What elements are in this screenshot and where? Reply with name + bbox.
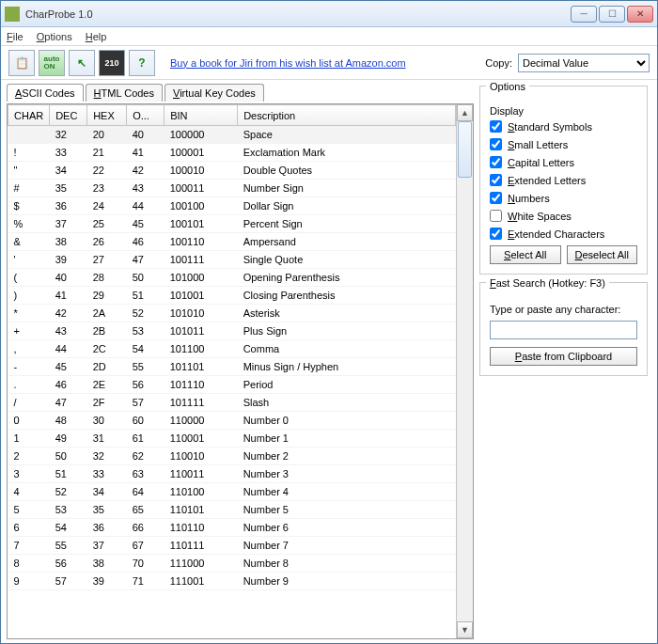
- table-row[interactable]: $362444100100Dollar Sign: [8, 197, 456, 215]
- menu-file[interactable]: File: [7, 31, 24, 42]
- checkbox[interactable]: [490, 228, 502, 240]
- table-row[interactable]: %372545100101Percent Sign: [8, 215, 456, 233]
- table-row[interactable]: -452D55101101Minus Sign / Hyphen: [8, 358, 456, 376]
- display-option[interactable]: Capital Letters: [490, 156, 637, 168]
- char-table: CHAR DEC HEX O... BIN Description 322040…: [8, 104, 456, 590]
- cell-hex: 2A: [87, 305, 127, 322]
- menu-help[interactable]: Help: [86, 31, 107, 42]
- checkbox[interactable]: [490, 192, 502, 204]
- cell-bin: 100000: [164, 126, 238, 144]
- cell-bin: 100010: [164, 162, 238, 180]
- table-row[interactable]: ,442C54101100Comma: [8, 340, 456, 358]
- col-char[interactable]: CHAR: [8, 105, 50, 126]
- scroll-thumb[interactable]: [458, 121, 472, 178]
- col-desc[interactable]: Description: [238, 105, 456, 126]
- menu-options[interactable]: Options: [37, 31, 72, 42]
- display-option[interactable]: Standard Symbols: [490, 120, 637, 133]
- close-button[interactable]: ✕: [627, 6, 653, 23]
- clipboard-button[interactable]: 📋: [8, 50, 35, 76]
- checkbox[interactable]: [490, 138, 502, 150]
- cell-ch: 8: [8, 555, 50, 573]
- table-row[interactable]: /472F57101111Slash: [8, 394, 456, 412]
- cell-ch: ': [8, 251, 50, 269]
- display-option[interactable]: White Spaces: [490, 210, 637, 222]
- cell-oct: 71: [127, 573, 164, 590]
- cell-desc: Minus Sign / Hyphen: [238, 358, 456, 376]
- paste-clipboard-button[interactable]: Paste from Clipboard: [490, 347, 637, 366]
- table-row[interactable]: 7553767110111Number 7: [8, 537, 456, 555]
- checkbox[interactable]: [490, 156, 502, 168]
- window-title: CharProbe 1.0: [25, 8, 571, 20]
- table-row[interactable]: *422A52101010Asterisk: [8, 305, 456, 322]
- digits-button[interactable]: 210: [99, 50, 125, 76]
- cell-desc: Space: [238, 126, 456, 144]
- table-row[interactable]: (402850101000Opening Parenthesis: [8, 269, 456, 287]
- cell-bin: 101100: [164, 340, 238, 358]
- table-row[interactable]: )412951101001Closing Parenthesis: [8, 287, 456, 305]
- cell-desc: Number Sign: [238, 180, 456, 197]
- table-row[interactable]: 9573971111001Number 9: [8, 573, 456, 590]
- cell-desc: Dollar Sign: [238, 197, 456, 215]
- cell-oct: 50: [127, 269, 164, 287]
- tab-html[interactable]: HTML Codes: [86, 84, 163, 102]
- table-row[interactable]: 5533565110101Number 5: [8, 501, 456, 519]
- cell-bin: 110001: [164, 430, 238, 448]
- table-row[interactable]: &382646100110Ampersand: [8, 233, 456, 251]
- table-row[interactable]: 1493161110001Number 1: [8, 430, 456, 448]
- cell-oct: 41: [127, 144, 164, 162]
- checkbox[interactable]: [490, 174, 502, 186]
- deselect-all-button[interactable]: Deselect All: [567, 245, 638, 264]
- cell-dec: 46: [50, 376, 87, 394]
- table-row[interactable]: "342242100010Double Quotes: [8, 162, 456, 180]
- display-option[interactable]: Extended Letters: [490, 174, 637, 186]
- display-option[interactable]: Extended Characters: [490, 228, 637, 240]
- table-row[interactable]: 2503262110010Number 2: [8, 448, 456, 465]
- select-all-button[interactable]: Select All: [490, 245, 561, 264]
- table-row[interactable]: 0483060110000Number 0: [8, 412, 456, 430]
- table-row[interactable]: !332141100001Exclamation Mark: [8, 144, 456, 162]
- cell-hex: 2C: [87, 340, 127, 358]
- wishlist-link[interactable]: Buy a book for Jiri from his wish list a…: [170, 57, 406, 69]
- tab-vkey[interactable]: Virtual Key Codes: [164, 84, 264, 102]
- table-row[interactable]: #352343100011Number Sign: [8, 180, 456, 197]
- col-oct[interactable]: O...: [127, 105, 164, 126]
- cell-dec: 50: [50, 448, 87, 465]
- col-hex[interactable]: HEX: [87, 105, 127, 126]
- tab-ascii[interactable]: ASCII Codes: [7, 84, 84, 102]
- cell-dec: 57: [50, 573, 87, 590]
- cell-bin: 100001: [164, 144, 238, 162]
- cell-hex: 29: [87, 287, 127, 305]
- table-row[interactable]: '392747100111Single Quote: [8, 251, 456, 269]
- vertical-scrollbar[interactable]: ▲ ▼: [456, 104, 473, 638]
- cell-desc: Exclamation Mark: [238, 144, 456, 162]
- scroll-up-icon[interactable]: ▲: [457, 104, 473, 121]
- cell-dec: 36: [50, 197, 87, 215]
- table-row[interactable]: .462E56101110Period: [8, 376, 456, 394]
- col-bin[interactable]: BIN: [164, 105, 238, 126]
- arrow-button[interactable]: ↖: [69, 50, 95, 76]
- main-area: ASCII Codes HTML Codes Virtual Key Codes…: [1, 80, 657, 643]
- table-row[interactable]: 3513363110011Number 3: [8, 465, 456, 483]
- cell-oct: 62: [127, 448, 164, 465]
- table-row[interactable]: 4523464110100Number 4: [8, 483, 456, 501]
- display-option[interactable]: Small Letters: [490, 138, 637, 150]
- cell-oct: 47: [127, 251, 164, 269]
- auto-on-button[interactable]: autoON: [39, 50, 65, 76]
- maximize-button[interactable]: ☐: [599, 6, 625, 23]
- minimize-button[interactable]: ─: [571, 6, 597, 23]
- scroll-down-icon[interactable]: ▼: [457, 621, 473, 638]
- table-row[interactable]: 8563870111000Number 8: [8, 555, 456, 573]
- table-row[interactable]: +432B53101011Plus Sign: [8, 322, 456, 340]
- cell-bin: 111001: [164, 573, 238, 590]
- display-option[interactable]: Numbers: [490, 192, 637, 204]
- table-row[interactable]: 6543666110110Number 6: [8, 519, 456, 537]
- col-dec[interactable]: DEC: [50, 105, 87, 126]
- tabs: ASCII Codes HTML Codes Virtual Key Codes: [7, 84, 474, 102]
- checkbox[interactable]: [490, 120, 502, 133]
- help-button[interactable]: ?: [129, 50, 155, 76]
- cell-bin: 101001: [164, 287, 238, 305]
- checkbox[interactable]: [490, 210, 502, 222]
- copy-select[interactable]: Decimal Value: [518, 54, 650, 72]
- search-input[interactable]: [490, 321, 637, 339]
- table-row[interactable]: 322040100000Space: [8, 126, 456, 144]
